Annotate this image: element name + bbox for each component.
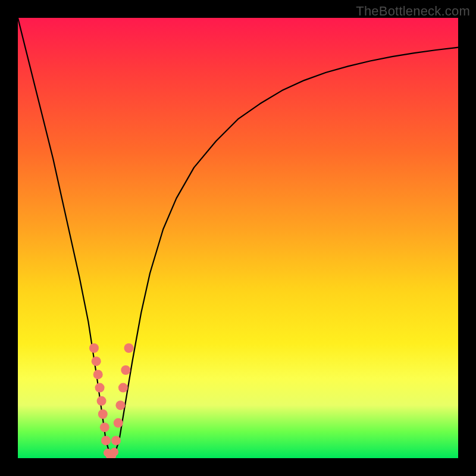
chart-frame: TheBottleneck.com — [0, 0, 476, 476]
bead — [93, 369, 103, 379]
beads-bottom — [104, 448, 118, 458]
bead — [124, 343, 134, 353]
beads-right — [111, 343, 134, 445]
bead — [118, 383, 128, 393]
bead — [110, 448, 118, 456]
bead — [95, 383, 105, 393]
bead — [100, 422, 109, 432]
bead — [92, 356, 101, 366]
bead — [121, 365, 130, 375]
bead — [101, 436, 111, 445]
curve-layer — [18, 18, 458, 458]
bead — [97, 396, 107, 406]
bead — [115, 400, 125, 410]
bead — [89, 343, 99, 353]
watermark-text: TheBottleneck.com — [356, 4, 470, 19]
bottleneck-curve — [18, 18, 458, 456]
bead — [111, 436, 121, 445]
bead — [98, 409, 108, 419]
plot-area — [18, 18, 458, 458]
bead — [114, 418, 123, 428]
